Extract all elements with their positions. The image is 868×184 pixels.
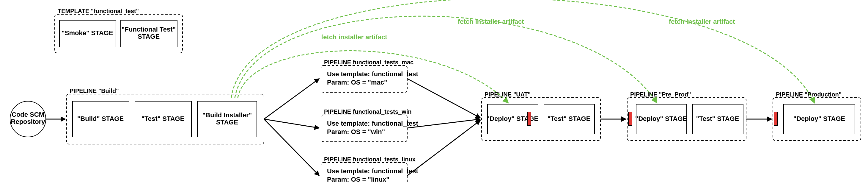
svg-text:"Test" STAGE: "Test" STAGE	[142, 115, 185, 122]
svg-text:PIPELINE "UAT": PIPELINE "UAT"	[485, 91, 531, 98]
svg-text:Use template: functional_test: Use template: functional_test	[327, 167, 418, 175]
arrow-build-to-win	[264, 119, 319, 128]
code-scm-repo: Code SCM Repository	[10, 101, 46, 137]
artifact-label-preprod: fetch installer artifact	[458, 18, 524, 25]
svg-text:PIPELINE "Build": PIPELINE "Build"	[69, 87, 119, 94]
svg-text:Use template: functional_test: Use template: functional_test	[327, 70, 418, 78]
svg-text:PIPELINE functional_tests_linu: PIPELINE functional_tests_linux	[324, 156, 415, 163]
template-container: TEMPLATE "functional_test" "Smoke" STAGE…	[55, 8, 183, 53]
artifact-arc-prod	[231, 0, 814, 103]
svg-text:"Functional Test": "Functional Test"	[122, 26, 176, 33]
arrow-build-to-mac	[264, 79, 319, 119]
svg-text:Use template: functional_test: Use template: functional_test	[327, 120, 418, 127]
svg-text:Code SCM: Code SCM	[11, 111, 44, 118]
svg-text:Param: OS = "linux": Param: OS = "linux"	[327, 176, 390, 183]
arrow-mac-to-uat	[407, 79, 480, 118]
preprod-test-stage: "Test" STAGE	[693, 104, 743, 134]
uat-manual-approval-tab[interactable]	[527, 112, 531, 126]
svg-text:STAGE: STAGE	[137, 33, 160, 40]
build-stage: "Build" STAGE	[72, 101, 129, 137]
svg-text:"Test" STAGE: "Test" STAGE	[548, 115, 591, 122]
prod-deploy-stage: "Deploy" STAGE	[783, 104, 855, 134]
uat-test-stage: "Test" STAGE	[544, 104, 594, 134]
arrow-linux-to-uat	[407, 120, 480, 176]
svg-text:STAGE: STAGE	[216, 119, 238, 126]
pipeline-preprod: PIPELINE "Pre_Prod" "Deploy" STAGE "Test…	[627, 91, 746, 140]
pipeline-production: PIPELINE "Production" "Deploy" STAGE	[773, 91, 861, 140]
artifact-label-uat: fetch installer artifact	[321, 33, 387, 41]
svg-text:"Build" STAGE: "Build" STAGE	[77, 115, 124, 122]
svg-text:"Build Installer": "Build Installer"	[203, 111, 252, 119]
build-installer-stage: "Build Installer" STAGE	[197, 101, 257, 137]
arrow-build-to-linux	[264, 119, 319, 176]
svg-text:PIPELINE functional_tests_win: PIPELINE functional_tests_win	[324, 108, 412, 115]
svg-text:PIPELINE "Production": PIPELINE "Production"	[776, 91, 841, 98]
svg-text:"Smoke" STAGE: "Smoke" STAGE	[62, 29, 113, 36]
artifact-arc-preprod	[235, 16, 657, 103]
prod-manual-approval-tab[interactable]	[774, 112, 778, 126]
template-title: TEMPLATE "functional_test"	[58, 8, 139, 14]
svg-text:PIPELINE functional_tests_mac: PIPELINE functional_tests_mac	[324, 59, 413, 65]
preprod-deploy-stage: "Deploy" STAGE	[635, 104, 687, 134]
arrow-win-to-uat	[407, 119, 480, 128]
pipeline-ft-win: PIPELINE functional_tests_win Use templa…	[321, 108, 418, 142]
svg-text:"Deploy" STAGE: "Deploy" STAGE	[794, 115, 845, 122]
preprod-manual-approval-tab[interactable]	[628, 112, 632, 126]
svg-text:"Deploy" STAGE: "Deploy" STAGE	[635, 115, 687, 122]
pipeline-uat: PIPELINE "UAT" "Deploy" STAGE "Test" STA…	[482, 91, 600, 140]
svg-text:"Test" STAGE: "Test" STAGE	[696, 115, 739, 122]
pipeline-ft-linux: PIPELINE functional_tests_linux Use temp…	[321, 156, 418, 184]
svg-text:Repository: Repository	[11, 118, 45, 125]
svg-text:Param: OS = "mac": Param: OS = "mac"	[327, 79, 387, 86]
pipeline-ft-mac: PIPELINE functional_tests_mac Use templa…	[321, 59, 418, 92]
artifact-label-prod: fetch installer artifact	[669, 18, 735, 25]
svg-text:Param: OS = "win": Param: OS = "win"	[327, 128, 385, 135]
svg-text:PIPELINE "Pre_Prod": PIPELINE "Pre_Prod"	[630, 91, 691, 98]
functional-test-stage: "Functional Test" STAGE	[121, 20, 177, 47]
build-pipeline: PIPELINE "Build" "Build" STAGE "Test" ST…	[67, 87, 264, 144]
smoke-stage: "Smoke" STAGE	[59, 20, 116, 47]
test-stage: "Test" STAGE	[135, 101, 191, 137]
